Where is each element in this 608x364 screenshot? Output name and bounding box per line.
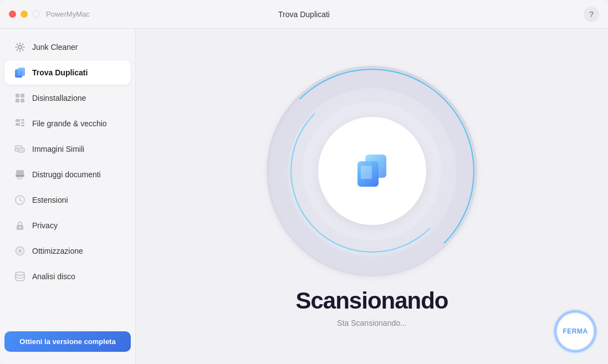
svg-rect-15 [16,170,24,176]
file-icon [13,117,27,130]
app-icon [13,91,27,105]
sidebar-item-label: Estensioni [32,196,68,204]
svg-point-22 [16,272,24,275]
sidebar-item-distruggi-documenti[interactable]: Distruggi documenti [4,162,131,187]
svg-rect-5 [16,99,19,102]
scan-title: Scansionando [295,288,448,314]
main-layout: Junk Cleaner [0,29,608,364]
sidebar-item-junk-cleaner[interactable]: Junk Cleaner [4,35,131,59]
sidebar-item-label: Junk Cleaner [32,43,78,52]
svg-rect-16 [16,175,24,177]
sidebar-item-label: Analisi disco [32,272,75,281]
sidebar-item-estensioni[interactable]: Estensioni [4,188,131,212]
titlebar: PowerMyMac Trova Duplicati ? [0,0,608,29]
svg-point-19 [19,227,21,228]
svg-point-13 [17,147,18,148]
sidebar-item-file-grande[interactable]: File grande & vecchio [4,111,131,136]
scan-subtitle: Sta Scansionando... [337,319,406,327]
sidebar-item-immagini-simili[interactable]: Immagini Simili [4,137,131,161]
sidebar-item-trova-duplicati[interactable]: Trova Duplicati [4,60,131,85]
gear-icon [13,40,27,54]
svg-rect-10 [21,122,24,124]
traffic-lights [9,11,39,18]
disk-icon [13,270,27,283]
svg-rect-6 [21,99,24,102]
stop-button[interactable]: FERMA [556,312,595,351]
scan-area [267,66,477,276]
sidebar-bottom: Ottieni la versione completa [0,325,135,358]
svg-rect-25 [361,166,372,179]
sidebar: Junk Cleaner [0,29,136,364]
shred-icon [13,168,27,181]
sidebar-item-ottimizzazione[interactable]: Ottimizzazione [4,239,131,263]
svg-point-21 [19,250,22,253]
minimize-button[interactable] [21,11,28,18]
privacy-icon [13,219,27,232]
sidebar-item-disinstallazione[interactable]: Disinstallazione [4,86,131,110]
sidebar-item-label: Immagini Simili [32,145,84,153]
svg-rect-9 [21,119,24,121]
svg-rect-11 [21,125,24,126]
sidebar-item-label: File grande & vecchio [32,119,107,128]
duplicate-icon [13,66,27,79]
sidebar-item-label: Ottimizzazione [32,247,83,255]
svg-rect-8 [16,123,20,126]
sidebar-item-privacy[interactable]: Privacy [4,213,131,238]
maximize-button[interactable] [32,11,39,18]
center-duplicate-icon [350,149,394,193]
image-icon [13,142,27,156]
extension-icon [13,193,27,207]
svg-rect-7 [16,119,20,122]
sidebar-item-label: Trova Duplicati [32,68,88,77]
sidebar-item-analisi-disco[interactable]: Analisi disco [4,264,131,289]
sidebar-item-label: Disinstallazione [32,94,86,102]
svg-rect-4 [21,94,24,98]
sidebar-item-label: Privacy [32,221,58,230]
svg-rect-2 [18,68,25,76]
rings-container [267,66,477,276]
svg-point-0 [18,45,22,49]
main-content: Scansionando Sta Scansionando... FERMA [136,29,608,364]
help-button[interactable]: ? [584,7,599,22]
optimize-icon [13,244,27,258]
svg-rect-3 [16,94,19,98]
app-name: PowerMyMac [46,10,90,18]
sidebar-item-label: Distruggi documenti [32,170,101,179]
close-button[interactable] [9,11,16,18]
upgrade-button[interactable]: Ottieni la versione completa [4,331,131,352]
svg-rect-14 [18,148,24,152]
window-title: Trova Duplicati [278,10,330,19]
